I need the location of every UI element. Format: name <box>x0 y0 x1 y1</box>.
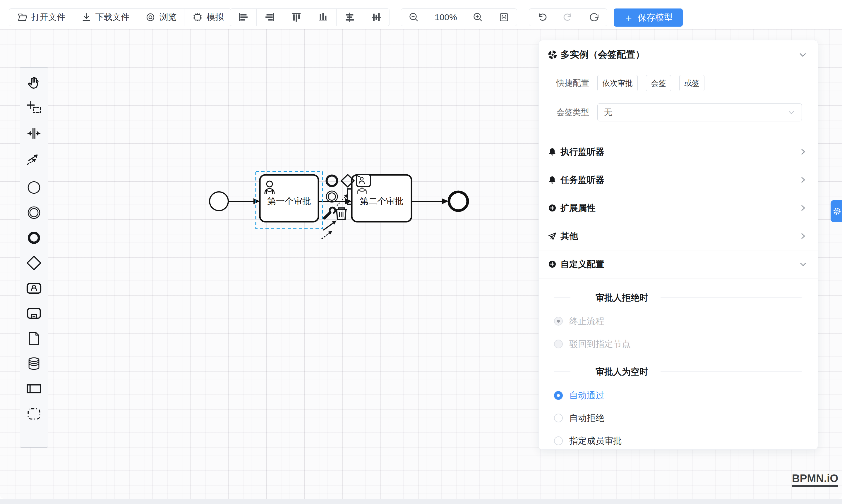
radio-icon <box>554 317 563 326</box>
align-top-button[interactable] <box>283 9 310 26</box>
align-button-group <box>230 8 390 26</box>
create-data-object[interactable] <box>21 326 47 351</box>
bell-icon <box>548 175 557 184</box>
create-intermediate-event[interactable] <box>21 200 47 225</box>
data-store-icon <box>26 356 42 372</box>
hand-tool[interactable] <box>21 71 47 96</box>
gateway-icon <box>25 254 42 271</box>
section-extended-properties[interactable]: 扩展属性 <box>539 194 818 222</box>
change-type-wrench[interactable] <box>324 207 336 218</box>
preview-button[interactable]: 浏览 <box>137 9 185 26</box>
append-end-event[interactable] <box>327 176 337 186</box>
reject-group-title-divider: 审批人拒绝时 <box>554 292 802 304</box>
create-end-event[interactable] <box>21 225 47 250</box>
radio-auto-reject[interactable]: 自动拒绝 <box>554 412 604 424</box>
save-model-button[interactable]: ＋ 保存模型 <box>614 8 683 26</box>
align-center-horizontal-button[interactable] <box>337 9 363 26</box>
append-text-annotation[interactable] <box>337 189 352 205</box>
fit-viewport-button[interactable] <box>491 9 517 26</box>
preview-label: 浏览 <box>159 12 176 23</box>
chip-icon <box>192 12 203 23</box>
radio-return-to-node[interactable]: 驳回到指定节点 <box>554 338 631 350</box>
send-icon <box>548 231 557 241</box>
intermediate-event-icon <box>26 204 42 221</box>
refresh-icon <box>588 12 600 23</box>
bpmn-designer: 打开文件 下载文件 浏览 <box>0 0 842 504</box>
zoom-in-button[interactable] <box>465 9 491 26</box>
open-file-label: 打开文件 <box>31 12 65 23</box>
sequence-flow-1[interactable] <box>229 198 260 204</box>
reject-group-title: 审批人拒绝时 <box>596 292 648 304</box>
plus-circle-icon <box>548 203 557 213</box>
start-event[interactable] <box>210 192 228 211</box>
section-execution-listener[interactable]: 执行监听器 <box>539 138 818 166</box>
download-file-button[interactable]: 下载文件 <box>73 9 137 26</box>
quick-config-sequential-button[interactable]: 依次审批 <box>597 75 638 91</box>
quick-config-countersign-button[interactable]: 会签 <box>646 75 671 91</box>
user-task-1[interactable]: 第一个审批 <box>260 175 318 222</box>
align-center-vertical-button[interactable] <box>363 9 389 26</box>
create-subprocess[interactable] <box>21 301 47 326</box>
plus-circle-icon <box>548 259 557 269</box>
global-connect-tool[interactable] <box>21 146 47 171</box>
process-diagram: 第一个审批 第二个审批 <box>199 164 489 254</box>
simulate-button[interactable]: 模拟 <box>185 9 231 26</box>
align-left-button[interactable] <box>230 9 257 26</box>
end-event[interactable] <box>449 192 468 211</box>
download-file-label: 下载文件 <box>95 12 129 23</box>
bpmn-io-logo[interactable]: BPMN.iO <box>792 472 838 487</box>
create-start-event[interactable] <box>21 175 47 200</box>
radio-icon <box>554 391 563 400</box>
section-task-listener[interactable]: 任务监听器 <box>539 166 818 194</box>
undo-button[interactable] <box>529 9 555 26</box>
delete-trash[interactable] <box>335 208 347 219</box>
create-group[interactable] <box>21 401 47 427</box>
redo-icon <box>562 12 574 23</box>
space-tool[interactable] <box>21 121 47 146</box>
radio-icon <box>554 340 563 348</box>
zoom-out-icon <box>408 12 420 23</box>
sequence-flow-3[interactable] <box>411 198 449 204</box>
align-bottom-button[interactable] <box>310 9 337 26</box>
end-event-icon <box>26 230 42 246</box>
zoom-out-button[interactable] <box>401 9 427 26</box>
zoom-button-group: 100% <box>401 8 517 26</box>
align-center-vertical-icon <box>370 11 383 23</box>
create-gateway[interactable] <box>21 250 47 275</box>
space-tool-icon <box>27 126 41 141</box>
panel-header[interactable]: 多实例（会签配置） <box>539 40 818 69</box>
section-custom-config[interactable]: 自定义配置 <box>539 250 818 278</box>
quick-config-orsign-button[interactable]: 或签 <box>679 75 704 91</box>
align-right-button[interactable] <box>257 9 283 26</box>
chevron-right-icon <box>799 148 807 156</box>
radio-terminate-process[interactable]: 终止流程 <box>554 315 604 327</box>
tool-palette <box>20 67 48 448</box>
append-intermediate-event[interactable] <box>326 191 337 202</box>
open-file-button[interactable]: 打开文件 <box>9 9 73 26</box>
lasso-tool[interactable] <box>21 96 47 121</box>
redo-button[interactable] <box>555 9 581 26</box>
fit-viewport-icon <box>498 12 510 23</box>
zoom-level[interactable]: 100% <box>427 9 465 26</box>
connect-tool[interactable] <box>322 220 337 239</box>
align-left-icon <box>237 11 249 23</box>
align-right-icon <box>264 11 276 23</box>
radio-assign-member[interactable]: 指定成员审批 <box>554 435 622 447</box>
eye-icon <box>145 12 156 23</box>
sign-type-select[interactable]: 无 <box>597 103 802 121</box>
panel-toggle-tab[interactable] <box>830 200 842 222</box>
radio-icon <box>554 436 563 445</box>
append-user-task[interactable] <box>356 174 370 187</box>
plus-icon: ＋ <box>624 13 634 22</box>
refresh-button[interactable] <box>581 9 607 26</box>
chevron-right-icon <box>799 176 807 184</box>
create-participant[interactable] <box>21 376 47 401</box>
chevron-right-icon <box>799 204 807 212</box>
participant-icon <box>25 380 42 397</box>
history-button-group <box>529 8 607 26</box>
data-object-icon <box>26 330 42 346</box>
radio-auto-pass[interactable]: 自动通过 <box>554 390 604 401</box>
section-other[interactable]: 其他 <box>539 222 818 250</box>
create-data-store[interactable] <box>21 351 47 376</box>
create-user-task[interactable] <box>21 275 47 301</box>
